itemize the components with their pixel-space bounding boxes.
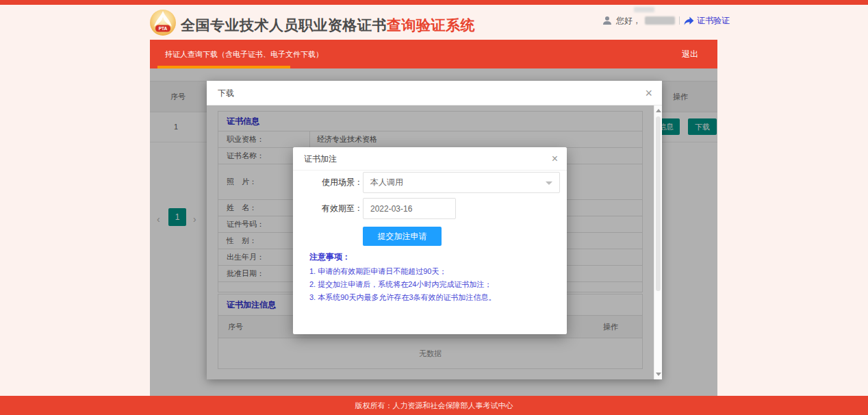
annotate-modal-title: 证书加注: [304, 147, 337, 171]
cert-verify-label: 证书验证: [697, 15, 730, 27]
user-icon: [602, 16, 612, 25]
annotate-modal-body: 使用场景： 本人调用 有效期至： 提交加注申请 注意事项： 1. 申请的有效期距…: [293, 171, 567, 334]
tab-holder-query-download[interactable]: 持证人查询下载（含电子证书、电子文件下载）: [165, 40, 323, 68]
top-red-strip: [0, 0, 868, 5]
page: PTA 全国专业技术人员职业资格证书查询验证系统 您好， 证书验证 持证人查询下…: [0, 0, 868, 415]
page-title-main: 全国专业技术人员职业资格证书: [181, 17, 387, 33]
share-arrow-icon: [684, 16, 694, 25]
valid-until-label: 有效期至：: [300, 198, 363, 219]
note-line-3: 3. 本系统90天内最多允许存在3条有效的证书加注信息。: [309, 292, 496, 303]
logo-text: PTA: [159, 26, 168, 31]
annotate-modal-close-icon[interactable]: ×: [552, 147, 558, 171]
pta-logo: PTA: [149, 9, 177, 36]
download-modal-close-icon[interactable]: ×: [645, 81, 652, 105]
redacted-smudge: [634, 7, 654, 12]
logout-button[interactable]: 退出: [682, 40, 698, 68]
nav-bar: 持证人查询下载（含电子证书、电子文件下载） 退出: [150, 40, 717, 68]
annotate-modal-header: 证书加注 ×: [293, 147, 567, 171]
dropdown-arrow-icon: [546, 181, 552, 185]
note-line-1: 1. 申请的有效期距申请日不能超过90天；: [309, 266, 446, 277]
usage-scene-value: 本人调用: [370, 173, 403, 192]
download-modal-header: 下载 ×: [207, 81, 662, 105]
scrollbar-thumb[interactable]: [656, 116, 661, 291]
separator: [679, 16, 680, 25]
usage-scene-select[interactable]: 本人调用: [363, 172, 560, 193]
download-modal-title: 下载: [218, 81, 234, 105]
scroll-up-icon[interactable]: [656, 109, 661, 112]
copyright-text: 版权所有：人力资源和社会保障部人事考试中心: [355, 401, 513, 410]
modal-scrollbar[interactable]: [654, 105, 662, 379]
redacted-username: [645, 16, 675, 25]
notes-title: 注意事项：: [309, 251, 350, 263]
note-line-2: 2. 提交加注申请后，系统将在24小时内完成证书加注；: [309, 279, 492, 290]
usage-scene-label: 使用场景：: [300, 172, 363, 193]
annotate-modal: 证书加注 × 使用场景： 本人调用 有效期至： 提交加注申请 注意事项： 1. …: [293, 147, 567, 334]
scroll-down-icon[interactable]: [656, 373, 661, 376]
page-title-accent: 查询验证系统: [387, 17, 475, 33]
cert-verify-link[interactable]: 证书验证: [684, 15, 730, 27]
greeting-text: 您好，: [616, 15, 641, 27]
page-title: 全国专业技术人员职业资格证书查询验证系统: [181, 16, 475, 35]
user-bar: 您好， 证书验证: [602, 15, 730, 26]
footer: 版权所有：人力资源和社会保障部人事考试中心: [0, 396, 868, 415]
submit-annotate-button[interactable]: 提交加注申请: [363, 227, 442, 246]
valid-until-input[interactable]: [363, 198, 456, 219]
